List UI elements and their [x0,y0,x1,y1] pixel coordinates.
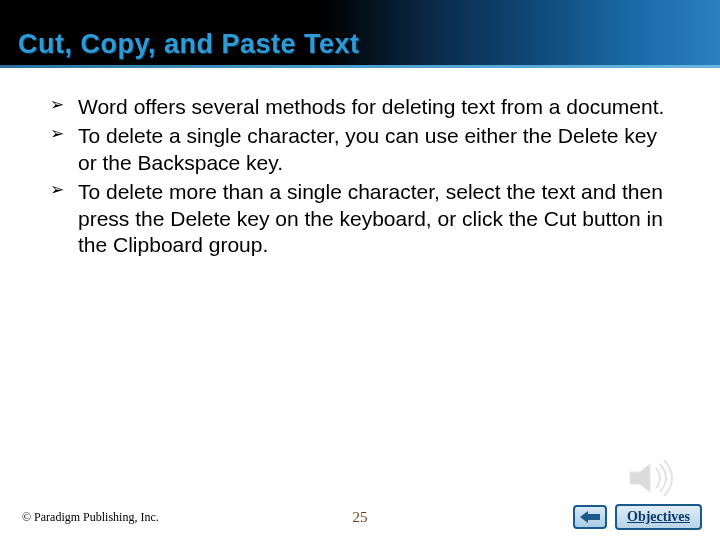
title-band: Cut, Copy, and Paste Text [0,0,720,68]
objectives-label: Objectives [627,509,690,525]
svg-marker-0 [630,464,650,492]
slide-body: Word offers several methods for deleting… [0,68,720,540]
slide: Cut, Copy, and Paste Text Word offers se… [0,0,720,540]
footer-controls: Objectives [573,504,702,530]
back-arrow-button[interactable] [573,505,607,529]
slide-title: Cut, Copy, and Paste Text [18,29,360,60]
copyright-text: © Paradigm Publishing, Inc. [22,510,159,525]
page-number: 25 [353,509,368,526]
speaker-icon [626,458,680,498]
svg-marker-1 [580,511,600,523]
list-item: To delete more than a single character, … [46,179,674,260]
list-item: To delete a single character, you can us… [46,123,674,177]
objectives-button[interactable]: Objectives [615,504,702,530]
bullet-list: Word offers several methods for deleting… [46,94,674,259]
slide-footer: © Paradigm Publishing, Inc. 25 Objective… [0,504,720,530]
list-item: Word offers several methods for deleting… [46,94,674,121]
arrow-left-icon [580,511,600,523]
